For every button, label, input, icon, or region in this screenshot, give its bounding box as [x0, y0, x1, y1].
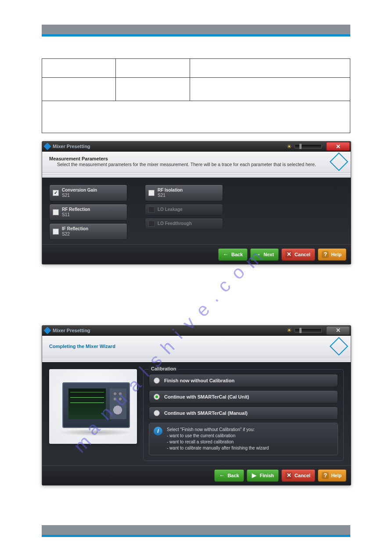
checkbox — [148, 221, 155, 227]
help-icon: ? — [322, 472, 329, 479]
help-icon: ? — [322, 251, 329, 258]
footer-bar — [42, 525, 350, 535]
param-sublabel: S22 — [62, 232, 123, 237]
checkbox[interactable] — [148, 190, 155, 196]
back-label: Back — [231, 252, 243, 257]
dialog-titlebar: Mixer Presetting ☀ ✕ — [42, 326, 351, 336]
param-label: LO Feedthrough — [158, 221, 219, 226]
param-sublabel: S11 — [62, 212, 123, 218]
cancel-button[interactable]: ✕Cancel — [281, 469, 315, 482]
dialog-footer: ←Back →Next ✕Cancel ?Help — [42, 244, 351, 264]
cancel-icon: ✕ — [285, 251, 292, 258]
param-sublabel: S21 — [62, 193, 123, 198]
param-toggle[interactable]: IF ReflectionS22 — [49, 223, 127, 240]
dialog-body: Calibration Finish now without Calibrati… — [42, 362, 351, 465]
close-icon: ✕ — [336, 327, 341, 334]
calibration-option[interactable]: Continue with SMARTerCal (Manual) — [149, 406, 338, 420]
help-button[interactable]: ?Help — [318, 248, 346, 261]
cancel-label: Cancel — [295, 252, 310, 257]
info-icon: i — [154, 427, 162, 435]
header-heading: Measurement Parameters — [49, 156, 344, 161]
back-label: Back — [227, 473, 239, 478]
app-icon — [44, 143, 51, 150]
param-toggle[interactable]: RF ReflectionS11 — [49, 204, 127, 221]
rs-logo — [332, 340, 345, 353]
param-toggle[interactable]: RF IsolationS21 — [145, 185, 223, 201]
dialog-titlebar: Mixer Presetting ☀ ✕ — [42, 141, 351, 152]
header-stripes — [42, 357, 351, 362]
finish-label: Finish — [260, 473, 274, 478]
param-toggle[interactable]: ✓Conversion GainS21 — [49, 185, 127, 201]
arrow-left-icon: ← — [218, 472, 225, 479]
option-label: Finish now without Calibration — [164, 378, 234, 383]
rs-logo — [332, 155, 345, 168]
radio[interactable] — [154, 377, 160, 384]
param-label: Conversion Gain — [62, 188, 123, 193]
brightness-icon: ☀ — [287, 143, 292, 150]
header-bar — [42, 25, 350, 34]
info-lead: Select "Finish now without Calibration" … — [167, 427, 269, 433]
option-label: Continue with SMARTerCal (Cal Unit) — [164, 394, 249, 399]
finish-button[interactable]: ▶Finish — [247, 469, 279, 482]
dialog-title: Mixer Presetting — [53, 144, 90, 149]
cancel-label: Cancel — [295, 473, 310, 478]
dialog-body: ✓Conversion GainS21RF ReflectionS11IF Re… — [42, 178, 351, 244]
help-button[interactable]: ?Help — [318, 469, 346, 482]
checkbox[interactable] — [53, 229, 59, 235]
footer-accent — [42, 535, 350, 537]
app-icon — [44, 326, 51, 334]
next-label: Next — [263, 252, 274, 257]
play-icon: ▶ — [251, 472, 258, 479]
param-toggle: LO Feedthrough — [145, 218, 223, 229]
close-button[interactable]: ✕ — [326, 142, 350, 151]
arrow-right-icon: → — [254, 251, 261, 258]
info-text: Select "Finish now without Calibration" … — [167, 427, 269, 451]
cancel-icon: ✕ — [285, 472, 292, 479]
close-icon: ✕ — [336, 143, 341, 150]
checkbox[interactable] — [53, 209, 59, 215]
cancel-button[interactable]: ✕Cancel — [281, 248, 315, 261]
param-label: RF Isolation — [158, 188, 219, 193]
info-item: - want to use the current calibration — [167, 433, 269, 439]
mixer-presetting-dialog-2: Mixer Presetting ☀ ✕ Completing the Mixe… — [42, 325, 351, 486]
radio[interactable] — [154, 394, 160, 400]
dialog-title: Mixer Presetting — [53, 328, 90, 333]
param-label: LO Leakage — [158, 207, 219, 212]
header-stripes — [42, 172, 351, 178]
back-button[interactable]: ←Back — [218, 248, 248, 261]
help-label: Help — [331, 252, 342, 257]
group-legend: Calibration — [149, 366, 178, 371]
dialog-header: Measurement Parameters Select the measur… — [42, 152, 351, 172]
checkbox[interactable]: ✓ — [53, 190, 59, 196]
close-button[interactable]: ✕ — [326, 326, 350, 335]
info-item: - want to calibrate manually after finis… — [167, 445, 269, 451]
help-label: Help — [331, 473, 342, 478]
next-button[interactable]: →Next — [250, 248, 279, 261]
calibration-option[interactable]: Continue with SMARTerCal (Cal Unit) — [149, 390, 338, 403]
dialog-footer: ←Back ▶Finish ✕Cancel ?Help — [42, 465, 351, 485]
info-item: - want to recall a stored calibration — [167, 439, 269, 445]
header-heading: Completing the Mixer Wizard — [49, 344, 344, 349]
dialog-header: Completing the Mixer Wizard — [42, 336, 351, 357]
param-label: RF Reflection — [62, 207, 123, 212]
info-panel: i Select "Finish now without Calibration… — [149, 423, 338, 455]
back-button[interactable]: ←Back — [214, 469, 244, 482]
option-label: Continue with SMARTerCal (Manual) — [164, 410, 248, 416]
mixer-presetting-dialog-1: Mixer Presetting ☀ ✕ Measurement Paramet… — [42, 141, 351, 265]
checkbox — [148, 207, 155, 213]
brightness-slider[interactable] — [295, 328, 322, 333]
param-label: IF Reflection — [62, 226, 123, 232]
brightness-icon: ☀ — [287, 327, 292, 334]
brightness-slider[interactable] — [295, 144, 322, 149]
header-subtext: Select the measurement parameters for th… — [57, 161, 344, 168]
layout-table — [42, 58, 350, 133]
calibration-option[interactable]: Finish now without Calibration — [149, 374, 338, 387]
arrow-left-icon: ← — [222, 251, 229, 258]
radio[interactable] — [154, 410, 160, 416]
param-sublabel: S21 — [158, 193, 219, 198]
calibration-group: Calibration Finish now without Calibrati… — [143, 369, 344, 461]
param-toggle: LO Leakage — [145, 204, 223, 215]
device-image — [49, 369, 137, 444]
